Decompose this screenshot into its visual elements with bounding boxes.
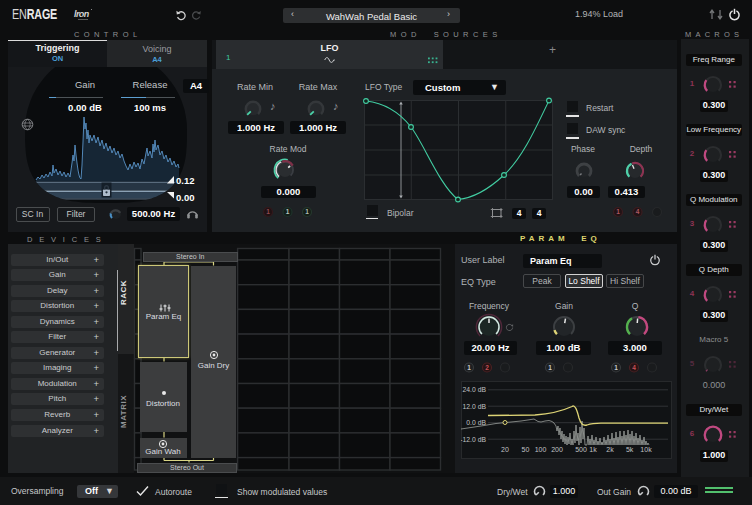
svg-text:5k: 5k [626, 446, 634, 453]
svg-text:1: 1 [614, 364, 618, 371]
svg-text:1: 1 [266, 208, 270, 215]
svg-text:24.0 dB: 24.0 dB [463, 386, 487, 393]
svg-text:200: 200 [551, 446, 563, 453]
svg-text:500: 500 [575, 446, 587, 453]
svg-text:50: 50 [522, 446, 530, 453]
svg-text:1: 1 [305, 208, 309, 215]
svg-text:20: 20 [501, 446, 509, 453]
svg-text:100: 100 [535, 446, 547, 453]
svg-text:1: 1 [467, 364, 471, 371]
svg-text:2: 2 [485, 364, 489, 371]
svg-text:10k: 10k [640, 446, 652, 453]
svg-text:1: 1 [286, 208, 290, 215]
svg-text:4: 4 [636, 208, 640, 215]
svg-text:-12.0 dB: -12.0 dB [461, 436, 486, 443]
svg-text:1k: 1k [589, 446, 597, 453]
svg-text:1: 1 [548, 364, 552, 371]
svg-text:0.0 dB: 0.0 dB [466, 419, 486, 426]
svg-text:2k: 2k [606, 446, 614, 453]
svg-text:12.0 dB: 12.0 dB [463, 403, 487, 410]
svg-text:4: 4 [632, 364, 636, 371]
svg-text:1: 1 [616, 208, 620, 215]
